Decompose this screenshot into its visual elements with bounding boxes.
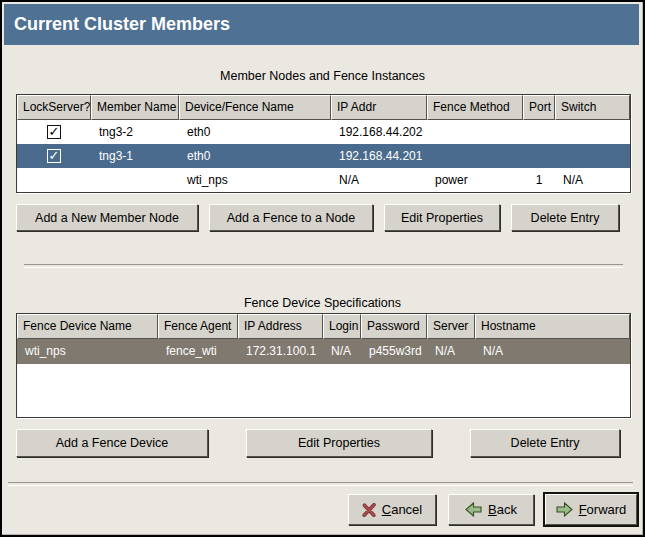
ip-address-cell: 172.31.100.1 — [238, 339, 323, 364]
member-actions-row: Add a New Member Node Add a Fence to a N… — [16, 204, 619, 231]
add-fence-to-node-button[interactable]: Add a Fence to a Node — [209, 204, 373, 231]
lockserver-cell — [17, 144, 91, 168]
device-fence-name-cell: eth0 — [179, 144, 331, 168]
port-cell — [523, 144, 555, 168]
column-header-fence-device-name[interactable]: Fence Device Name — [17, 314, 158, 339]
fence-table-title: Fence Device Specifications — [2, 296, 643, 310]
switch-cell — [555, 144, 630, 168]
back-label: Back — [488, 502, 517, 517]
hostname-cell: N/A — [475, 339, 630, 364]
member-name-cell: tng3-1 — [91, 144, 179, 168]
member-table-header: LockServer? Member Name Device/Fence Nam… — [17, 95, 630, 120]
fence-actions-row: Add a Fence Device Edit Properties Delet… — [16, 429, 620, 457]
column-header-ip-addr[interactable]: IP Addr — [331, 95, 427, 120]
forward-label: Forward — [579, 502, 627, 517]
server-cell: N/A — [427, 339, 475, 364]
table-row-wti-nps-device[interactable]: wti_nps fence_wti 172.31.100.1 N/A p455w… — [17, 339, 630, 364]
back-button[interactable]: Back — [448, 494, 534, 525]
column-header-login[interactable]: Login — [323, 314, 361, 339]
delete-member-entry-button[interactable]: Delete Entry — [511, 204, 619, 231]
member-name-cell: tng3-2 — [91, 120, 179, 144]
table-row-wti-nps-instance[interactable]: wti_nps N/A power 1 N/A — [17, 168, 630, 192]
arrow-left-icon — [465, 502, 482, 517]
column-header-device-fence-name[interactable]: Device/Fence Name — [179, 95, 331, 120]
column-header-hostname[interactable]: Hostname — [475, 314, 630, 339]
page-title: Current Cluster Members — [4, 4, 639, 45]
device-fence-name-cell: eth0 — [179, 120, 331, 144]
password-cell: p455w3rd — [361, 339, 427, 364]
member-name-cell — [91, 168, 179, 192]
column-header-switch[interactable]: Switch — [555, 95, 630, 120]
member-table-title: Member Nodes and Fence Instances — [2, 69, 643, 83]
cancel-label: Cancel — [382, 502, 422, 517]
wizard-nav-row: Cancel Back Forward — [348, 494, 637, 525]
login-cell: N/A — [323, 339, 361, 364]
table-row-tng3-1[interactable]: tng3-1 eth0 192.168.44.201 — [17, 144, 630, 168]
port-cell: 1 — [523, 168, 555, 192]
cluster-members-window: Current Cluster Members Member Nodes and… — [0, 0, 645, 537]
cancel-x-icon — [362, 503, 376, 517]
lockserver-checkbox[interactable] — [47, 125, 61, 139]
table-row-tng3-2[interactable]: tng3-2 eth0 192.168.44.202 — [17, 120, 630, 144]
fence-method-cell: power — [427, 168, 523, 192]
edit-fence-properties-button[interactable]: Edit Properties — [246, 429, 432, 457]
column-header-lockserver[interactable]: LockServer? — [17, 95, 91, 120]
column-header-server[interactable]: Server — [427, 314, 475, 339]
footer-separator — [8, 482, 633, 486]
fence-device-name-cell: wti_nps — [17, 339, 158, 364]
lockserver-checkbox[interactable] — [47, 149, 61, 163]
add-fence-device-button[interactable]: Add a Fence Device — [16, 429, 208, 457]
arrow-right-icon — [556, 502, 573, 517]
lockserver-cell — [17, 168, 91, 192]
fence-devices-table: Fence Device Name Fence Agent IP Address… — [16, 313, 631, 418]
port-cell — [523, 120, 555, 144]
fence-agent-cell: fence_wti — [158, 339, 238, 364]
column-header-fence-agent[interactable]: Fence Agent — [158, 314, 238, 339]
add-member-node-button[interactable]: Add a New Member Node — [16, 204, 198, 231]
section-separator — [24, 264, 623, 268]
ip-addr-cell: N/A — [331, 168, 427, 192]
cancel-button[interactable]: Cancel — [348, 494, 436, 525]
column-header-ip-address[interactable]: IP Address — [238, 314, 323, 339]
switch-cell — [555, 120, 630, 144]
fence-table-header: Fence Device Name Fence Agent IP Address… — [17, 314, 630, 339]
device-fence-name-cell: wti_nps — [179, 168, 331, 192]
member-nodes-table: LockServer? Member Name Device/Fence Nam… — [16, 94, 631, 193]
fence-method-cell — [427, 144, 523, 168]
column-header-member-name[interactable]: Member Name — [91, 95, 179, 120]
lockserver-cell — [17, 120, 91, 144]
edit-member-properties-button[interactable]: Edit Properties — [384, 204, 500, 231]
delete-fence-entry-button[interactable]: Delete Entry — [470, 429, 620, 457]
column-header-port[interactable]: Port — [523, 95, 555, 120]
fence-method-cell — [427, 120, 523, 144]
switch-cell: N/A — [555, 168, 630, 192]
ip-addr-cell: 192.168.44.202 — [331, 120, 427, 144]
column-header-fence-method[interactable]: Fence Method — [427, 95, 523, 120]
ip-addr-cell: 192.168.44.201 — [331, 144, 427, 168]
forward-button[interactable]: Forward — [545, 494, 637, 525]
column-header-password[interactable]: Password — [361, 314, 427, 339]
